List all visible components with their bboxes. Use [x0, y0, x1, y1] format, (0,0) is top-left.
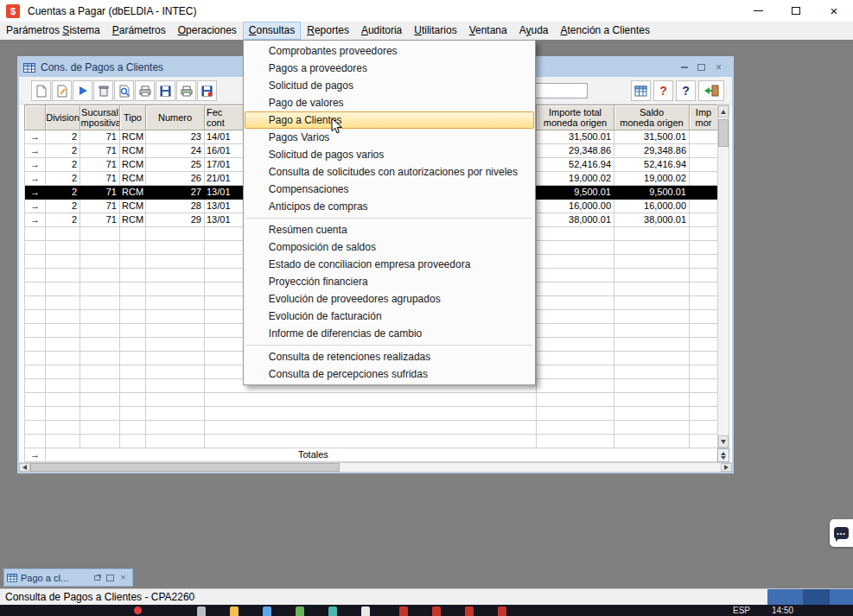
child-maximize-button[interactable] — [694, 61, 709, 73]
scroll-down-button[interactable] — [718, 435, 729, 448]
cell-division — [46, 296, 80, 310]
close-button[interactable]: × — [815, 0, 853, 22]
delete-record-button[interactable] — [93, 80, 113, 101]
edit-record-button[interactable] — [52, 80, 72, 101]
taskbar-icon-app-gray[interactable] — [197, 606, 206, 616]
child-window-controls: × — [677, 61, 726, 73]
taskbar-icon-app-red-1[interactable] — [399, 606, 408, 616]
cell-importe-total — [537, 283, 614, 296]
cell-division — [46, 421, 80, 435]
minimized-maximize-button[interactable] — [104, 572, 117, 583]
app-titlebar[interactable]: $ Cuentas a Pagar (dbELDIA - INTEC) × — [0, 0, 853, 22]
exit-button[interactable] — [698, 80, 724, 101]
scroll-right-button[interactable] — [721, 463, 732, 472]
menu-item-pagos-varios[interactable]: Pagos Varios — [245, 129, 534, 146]
menu-item-resumen-cuenta[interactable]: Resúmen cuenta — [245, 221, 534, 238]
cell-sucursal-impositiva: 71 — [80, 172, 120, 186]
menu-item-pago-de-valores[interactable]: Pago de valores — [245, 94, 534, 111]
print-setup-button[interactable] — [176, 80, 196, 101]
scroll-left-button[interactable] — [19, 463, 30, 472]
vertical-scroll-thumb[interactable] — [718, 119, 729, 147]
column-header-sucursal-impositiva[interactable]: Sucursalimpositiva — [80, 105, 120, 130]
run-query-button[interactable] — [73, 80, 92, 101]
cell-saldo: 29,348.86 — [614, 144, 690, 158]
menubar-item-utilitarios[interactable]: Utilitarios — [408, 22, 462, 40]
taskbar-icon-folder[interactable] — [230, 606, 239, 616]
column-header-tipo[interactable]: Tipo — [120, 105, 146, 130]
menubar-item-parametros[interactable]: Parámetros — [106, 22, 172, 40]
column-header-row-indicator[interactable] — [25, 105, 46, 130]
horizontal-scroll-thumb[interactable] — [30, 463, 340, 472]
language-indicator[interactable]: ESP — [733, 606, 750, 615]
cell-row-indicator — [25, 393, 46, 407]
menubar-item-auditoria[interactable]: Auditoria — [355, 22, 408, 40]
taskbar-icon-app-green[interactable] — [296, 606, 304, 616]
context-help-button[interactable]: ? — [653, 80, 673, 101]
menu-item-pagos-a-proveedores[interactable]: Pagos a proveedores — [245, 60, 534, 77]
column-header-importe-total[interactable]: Importe totalmoneda origen — [537, 105, 614, 130]
taskbar-icon-app-blue[interactable] — [263, 606, 271, 616]
menubar-item-reportes[interactable]: Reportes — [301, 22, 355, 40]
child-minimize-button[interactable] — [677, 61, 691, 73]
cell-importe-overflow — [690, 379, 718, 393]
column-header-saldo[interactable]: Saldomoneda origen — [614, 105, 690, 130]
menu-item-evolucion-de-proveedores-agrupados[interactable]: Evolución de proveedores agrupados — [245, 290, 534, 308]
cell-division — [46, 352, 80, 365]
menubar-item-atencion-a-clientes[interactable]: Atención a Clientes — [555, 22, 656, 40]
menu-item-compensaciones[interactable]: Compensaciones — [245, 181, 534, 198]
column-header-numero[interactable]: Numero — [146, 105, 205, 130]
taskbar-icon-app-red-4[interactable] — [498, 606, 506, 616]
menu-item-consulta-de-percepciones-sufridas[interactable]: Consulta de percepciones sufridas — [245, 365, 534, 383]
menu-item-informe-de-diferencias-de-cambio[interactable]: Informe de diferencias de cambio — [245, 325, 534, 342]
save-button[interactable] — [156, 80, 175, 101]
minimized-restore-button[interactable] — [91, 572, 104, 583]
cell-numero: 28 — [146, 200, 205, 213]
menu-item-solicitud-de-pagos[interactable]: Solicitud de pagos — [245, 77, 534, 94]
scroll-up-button[interactable] — [718, 105, 729, 117]
record-spinner[interactable] — [717, 448, 729, 462]
help-button[interactable]: ? — [676, 80, 696, 101]
minimize-button[interactable] — [739, 0, 777, 22]
taskbar-icon-record-dot[interactable] — [134, 606, 142, 614]
menu-item-evolucion-de-facturacion[interactable]: Evolución de facturación — [245, 308, 534, 325]
minimized-window[interactable]: Pago a cl... × — [3, 568, 133, 587]
horizontal-scrollbar[interactable] — [19, 462, 732, 472]
menu-item-proyeccion-financiera[interactable]: Proyección financiera — [245, 273, 534, 290]
column-header-importe-overflow[interactable]: Impmor — [690, 105, 718, 130]
menu-item-comprobantes-proveedores[interactable]: Comprobantes proveedores — [245, 42, 534, 60]
cell-fecha — [205, 435, 537, 448]
taskbar-icon-app-red-2[interactable] — [432, 606, 441, 616]
vertical-scrollbar[interactable] — [717, 105, 729, 448]
column-header-division[interactable]: Division — [46, 105, 80, 130]
menubar-item-ventana[interactable]: Ventana — [463, 22, 513, 40]
taskbar-icon-app-teal[interactable] — [328, 606, 337, 616]
menubar-item-parametros-sistema[interactable]: Parámetros Sistema — [0, 22, 106, 40]
menu-item-consulta-de-solicitudes-con-autorizaciones-por-niveles[interactable]: Consulta de solicitudes con autorizacion… — [245, 163, 534, 181]
cell-saldo — [614, 255, 690, 269]
menubar-item-ayuda[interactable]: Ayuda — [513, 22, 555, 40]
menubar-item-consultas[interactable]: ConsultasComprobantes proveedoresPagos a… — [243, 22, 301, 40]
menu-item-consulta-de-retenciones-realizadas[interactable]: Consulta de retenciones realizadas — [245, 348, 534, 365]
print-button[interactable] — [135, 80, 155, 101]
new-record-button[interactable] — [31, 80, 51, 101]
grid-view-button[interactable] — [631, 80, 651, 101]
toolbar-right-group: ? ? — [631, 80, 724, 101]
menubar-item-operaciones[interactable]: Operaciones — [172, 22, 243, 40]
taskbar-icon-app-white[interactable] — [361, 606, 370, 616]
clock[interactable]: 14:50 — [772, 606, 793, 615]
menu-item-estado-de-conciliacion-empresa-proveedora[interactable]: Estado de conciliacion empresa proveedor… — [245, 256, 534, 273]
taskbar-icon-app-red-3[interactable] — [465, 606, 474, 616]
arrow-down-icon — [721, 440, 726, 444]
cell-sucursal-impositiva — [80, 227, 120, 241]
minimized-close-button[interactable]: × — [117, 572, 130, 583]
export-button[interactable] — [197, 80, 217, 101]
maximize-button[interactable] — [777, 0, 815, 22]
menu-item-composicion-de-saldos[interactable]: Composición de saldos — [245, 238, 534, 256]
child-close-button[interactable]: × — [711, 61, 726, 73]
menu-item-anticipos-de-compras[interactable]: Anticipos de compras — [245, 198, 534, 215]
menu-item-pago-a-clientes[interactable]: Pago a Clientes — [245, 111, 534, 129]
menu-item-solicitud-de-pagos-varios[interactable]: Solicitud de pagos varios — [245, 146, 534, 163]
cell-importe-overflow — [690, 144, 718, 158]
preview-button[interactable] — [114, 80, 134, 101]
chat-widget[interactable]: ••• — [830, 519, 853, 547]
